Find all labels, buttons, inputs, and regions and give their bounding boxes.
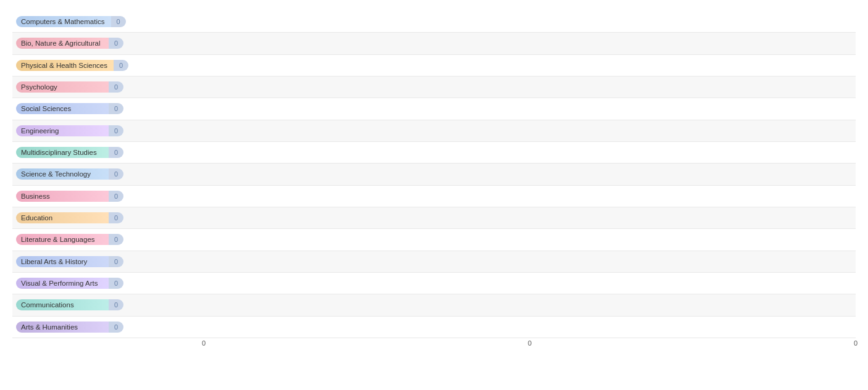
pill-value: 0 bbox=[109, 322, 123, 333]
row-label: Science & Technology 0 bbox=[12, 167, 204, 181]
row-label: Social Sciences 0 bbox=[12, 102, 204, 115]
pill-label: Physical & Health Sciences bbox=[16, 60, 114, 71]
row-bar bbox=[204, 273, 856, 294]
row-label: Visual & Performing Arts 0 bbox=[12, 276, 204, 290]
row-label: Psychology 0 bbox=[12, 80, 204, 94]
pill-value: 0 bbox=[109, 234, 123, 245]
pill-value: 0 bbox=[109, 278, 123, 289]
pill-value: 0 bbox=[109, 212, 123, 223]
pill-label: Visual & Performing Arts bbox=[16, 278, 109, 289]
pill-value: 0 bbox=[109, 38, 123, 49]
x-axis-label: 0 bbox=[528, 339, 532, 347]
pill-value: 0 bbox=[109, 81, 123, 93]
row-label: Computers & Mathematics 0 bbox=[12, 15, 204, 28]
row-bar bbox=[204, 11, 856, 32]
row-bar bbox=[204, 164, 856, 185]
x-axis-label: 0 bbox=[202, 339, 206, 347]
row-bar bbox=[204, 77, 856, 98]
pill-value: 0 bbox=[109, 103, 123, 114]
pill-value: 0 bbox=[109, 299, 123, 310]
row-bar bbox=[204, 98, 856, 119]
row-bar bbox=[204, 142, 856, 163]
row-label: Education 0 bbox=[12, 211, 204, 225]
pill-value: 0 bbox=[109, 191, 123, 202]
pill-value: 0 bbox=[109, 168, 123, 180]
pill-value: 0 bbox=[114, 60, 128, 71]
pill-label: Social Sciences bbox=[16, 103, 109, 114]
pill-label: Computers & Mathematics bbox=[16, 16, 111, 27]
row-bar bbox=[204, 207, 856, 228]
pill-label: Education bbox=[16, 212, 109, 223]
bottom-axis: 000 bbox=[12, 339, 856, 352]
axis-labels: 000 bbox=[204, 339, 856, 352]
table-row: Liberal Arts & History 0 bbox=[12, 251, 856, 273]
pill-value: 0 bbox=[109, 125, 123, 136]
table-row: Bio, Nature & Agricultural 0 bbox=[12, 33, 856, 54]
row-label: Business 0 bbox=[12, 189, 204, 203]
row-label: Literature & Languages 0 bbox=[12, 233, 204, 246]
table-row: Literature & Languages 0 bbox=[12, 229, 856, 251]
row-label: Multidisciplinary Studies 0 bbox=[12, 146, 204, 159]
row-label: Physical & Health Sciences 0 bbox=[12, 59, 204, 72]
table-row: Education 0 bbox=[12, 207, 856, 229]
pill-label: Arts & Humanities bbox=[16, 322, 109, 333]
pill-label: Psychology bbox=[16, 81, 109, 93]
row-bar bbox=[204, 251, 856, 272]
rows-container: Computers & Mathematics 0 Bio, Nature & … bbox=[12, 11, 856, 338]
row-label: Bio, Nature & Agricultural 0 bbox=[12, 36, 204, 50]
row-bar bbox=[204, 33, 856, 54]
pill-label: Multidisciplinary Studies bbox=[16, 147, 109, 158]
row-bar bbox=[204, 55, 856, 76]
row-bar bbox=[204, 186, 856, 207]
table-row: Arts & Humanities 0 bbox=[12, 317, 856, 338]
axis-spacer bbox=[12, 339, 204, 352]
pill-label: Bio, Nature & Agricultural bbox=[16, 38, 109, 49]
table-row: Social Sciences 0 bbox=[12, 98, 856, 120]
table-row: Visual & Performing Arts 0 bbox=[12, 273, 856, 294]
table-row: Business 0 bbox=[12, 186, 856, 207]
chart-container: Computers & Mathematics 0 Bio, Nature & … bbox=[0, 0, 868, 390]
row-bar bbox=[204, 120, 856, 141]
pill-label: Communications bbox=[16, 299, 109, 310]
pill-label: Literature & Languages bbox=[16, 234, 109, 245]
table-row: Computers & Mathematics 0 bbox=[12, 11, 856, 33]
pill-label: Science & Technology bbox=[16, 168, 109, 180]
pill-label: Business bbox=[16, 191, 109, 202]
pill-value: 0 bbox=[111, 16, 126, 27]
row-bar bbox=[204, 294, 856, 315]
row-label: Liberal Arts & History 0 bbox=[12, 255, 204, 268]
table-row: Science & Technology 0 bbox=[12, 164, 856, 185]
pill-value: 0 bbox=[109, 147, 123, 158]
row-label: Arts & Humanities 0 bbox=[12, 320, 204, 334]
pill-label: Liberal Arts & History bbox=[16, 256, 109, 267]
table-row: Engineering 0 bbox=[12, 120, 856, 142]
table-row: Physical & Health Sciences 0 bbox=[12, 55, 856, 77]
table-row: Communications 0 bbox=[12, 294, 856, 316]
x-axis-label: 0 bbox=[854, 339, 858, 347]
row-bar bbox=[204, 317, 856, 338]
table-row: Psychology 0 bbox=[12, 77, 856, 98]
row-label: Communications 0 bbox=[12, 298, 204, 312]
row-label: Engineering 0 bbox=[12, 124, 204, 138]
table-row: Multidisciplinary Studies 0 bbox=[12, 142, 856, 164]
chart-body: Computers & Mathematics 0 Bio, Nature & … bbox=[12, 11, 856, 352]
row-bar bbox=[204, 229, 856, 250]
pill-label: Engineering bbox=[16, 125, 109, 136]
pill-value: 0 bbox=[109, 256, 123, 267]
